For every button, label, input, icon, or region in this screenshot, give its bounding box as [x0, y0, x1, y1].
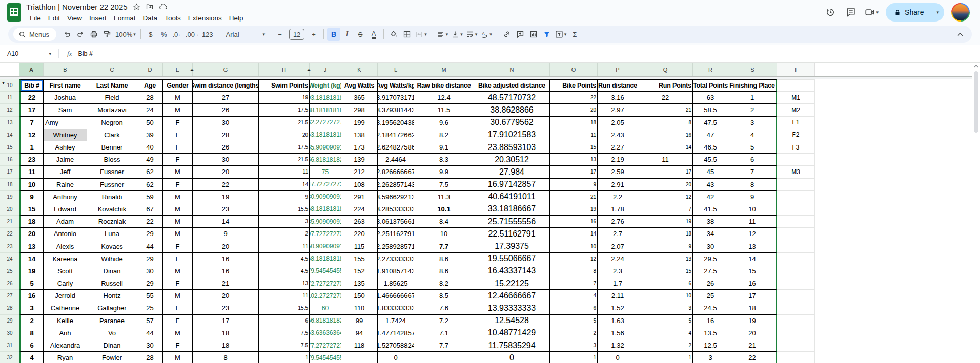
cell-S31[interactable]: 21 — [728, 339, 777, 352]
cell-B18[interactable]: Raine — [44, 179, 87, 191]
cell-A23[interactable]: 13 — [19, 240, 44, 252]
cell-J13[interactable]: 62.27272727 — [310, 117, 341, 129]
vertical-scrollbar[interactable] — [972, 63, 980, 350]
cell-S23[interactable]: 13 — [728, 240, 777, 252]
cell-C27[interactable]: Hontz — [87, 290, 137, 302]
cell-K30[interactable]: 94 — [341, 327, 378, 339]
cell-J24[interactable]: 68.18181818 — [310, 253, 341, 265]
cell-N13[interactable]: 30.6779562 — [474, 117, 550, 129]
cell-D20[interactable]: 67 — [137, 203, 163, 216]
cell-D32[interactable]: 28 — [137, 352, 163, 363]
cell-R16[interactable]: 45.5 — [693, 154, 728, 166]
cell-J15[interactable]: 65.90909091 — [310, 141, 341, 154]
cell-L19[interactable]: 3.596629213 — [378, 191, 414, 203]
cell-M13[interactable]: 9.6 — [414, 117, 474, 129]
cell-A18[interactable]: 10 — [19, 179, 44, 191]
cell-C28[interactable]: Gallagher — [87, 302, 137, 314]
cell-B13[interactable]: Amy — [44, 117, 87, 129]
cell-R28[interactable]: 24.5 — [693, 302, 728, 314]
text-color-button[interactable]: A — [367, 28, 380, 41]
cell-J12[interactable]: 88.18181818 — [310, 104, 341, 116]
cell-C25[interactable]: Dinan — [87, 265, 137, 277]
cell-H16[interactable]: 21.5 — [259, 154, 310, 166]
cell-M30[interactable]: 7.1 — [414, 327, 474, 339]
cell-D31[interactable]: 30 — [137, 339, 163, 352]
cell-T10[interactable] — [777, 79, 815, 92]
cell-T20[interactable] — [777, 203, 815, 216]
cell-T26[interactable] — [777, 277, 815, 290]
cell-M16[interactable]: 8.3 — [414, 154, 474, 166]
cell-B29[interactable]: Kellie — [44, 315, 87, 327]
cell-G15[interactable]: 26 — [193, 141, 259, 154]
paint-format-button[interactable] — [100, 28, 114, 41]
row-header-13[interactable]: 13 — [0, 117, 19, 129]
menu-help[interactable]: Help — [226, 13, 247, 23]
cell-C23[interactable]: Kovacs — [87, 240, 137, 252]
cell-D25[interactable]: 30 — [137, 265, 163, 277]
cell-M32[interactable] — [414, 352, 474, 363]
cell-H21[interactable]: 3 — [259, 216, 310, 228]
cell-O16[interactable]: 13 — [550, 154, 598, 166]
menu-insert[interactable]: Insert — [86, 13, 110, 23]
cell-B21[interactable]: Adam — [44, 216, 87, 228]
cell-M31[interactable]: 7.7 — [414, 339, 474, 352]
cell-C32[interactable]: Fowler — [87, 352, 137, 363]
cell-Q22[interactable]: 18 — [638, 228, 693, 240]
row-header-25[interactable]: 25 — [0, 265, 19, 277]
cell-G32[interactable]: 8 — [193, 352, 259, 363]
share-button[interactable]: Share ▾ — [886, 3, 944, 22]
cell-J11[interactable]: 93.18181818 — [310, 92, 341, 104]
row-header-27[interactable]: 27 — [0, 290, 19, 302]
cell-H20[interactable]: 15.5 — [259, 203, 310, 216]
cell-T25[interactable] — [777, 265, 815, 277]
cell-J26[interactable]: 72.72727273 — [310, 277, 341, 290]
menu-file[interactable]: File — [26, 13, 45, 23]
cell-N14[interactable]: 17.91021583 — [474, 129, 550, 141]
cell-K19[interactable]: 291 — [341, 191, 378, 203]
cell-O21[interactable]: 16 — [550, 216, 598, 228]
cell-J30[interactable]: 63.63636364 — [310, 327, 341, 339]
cell-C30[interactable]: Vo — [87, 327, 137, 339]
cell-D26[interactable]: 29 — [137, 277, 163, 290]
cell-A20[interactable]: 15 — [19, 203, 44, 216]
insert-link-button[interactable] — [500, 28, 514, 41]
cell-K20[interactable]: 224 — [341, 203, 378, 216]
cell-S28[interactable]: 18 — [728, 302, 777, 314]
cell-A21[interactable]: 18 — [19, 216, 44, 228]
cell-J23[interactable]: 50.90909091 — [310, 240, 341, 252]
cell-D24[interactable]: 29 — [137, 253, 163, 265]
cell-H24[interactable]: 4.5 — [259, 253, 310, 265]
insert-comment-button[interactable] — [514, 28, 527, 41]
cell-R24[interactable]: 29.5 — [693, 253, 728, 265]
cell-S14[interactable]: 4 — [728, 129, 777, 141]
cell-N27[interactable]: 12.46666667 — [474, 290, 550, 302]
cell-M23[interactable]: 7.7 — [414, 240, 474, 252]
cell-Q16[interactable]: 11 — [638, 154, 693, 166]
cell-L16[interactable]: 2.4464 — [378, 154, 414, 166]
cell-L29[interactable]: 1.7424 — [378, 315, 414, 327]
cell-Q31[interactable]: 2 — [638, 339, 693, 352]
meet-caret-icon[interactable]: ▾ — [876, 10, 879, 15]
cell-K22[interactable]: 220 — [341, 228, 378, 240]
name-box-caret-icon[interactable]: ▾ — [49, 52, 51, 56]
cell-C22[interactable]: Luna — [87, 228, 137, 240]
cell-G21[interactable]: 14 — [193, 216, 259, 228]
cell-O30[interactable]: 2 — [550, 327, 598, 339]
cell-A27[interactable]: 16 — [19, 290, 44, 302]
cell-G24[interactable]: 16 — [193, 253, 259, 265]
cell-C18[interactable]: Fussner — [87, 179, 137, 191]
cell-P20[interactable]: 1.78 — [598, 203, 638, 216]
cell-N31[interactable]: 11.75835294 — [474, 339, 550, 352]
cell-L27[interactable]: 1.466666667 — [378, 290, 414, 302]
cell-E30[interactable]: M — [163, 327, 193, 339]
cell-B30[interactable]: Anh — [44, 327, 87, 339]
cell-T22[interactable] — [777, 228, 815, 240]
cell-D28[interactable]: 25 — [137, 302, 163, 314]
cell-E32[interactable]: M — [163, 352, 193, 363]
cell-S18[interactable]: 8 — [728, 179, 777, 191]
cell-C16[interactable]: Bloss — [87, 154, 137, 166]
column-header-E[interactable]: E◂▸ — [163, 63, 193, 76]
cell-Q12[interactable]: 21 — [638, 104, 693, 116]
hidden-rows-marker-icon[interactable]: ▼ — [2, 81, 5, 85]
cell-M28[interactable]: 7.6 — [414, 302, 474, 314]
